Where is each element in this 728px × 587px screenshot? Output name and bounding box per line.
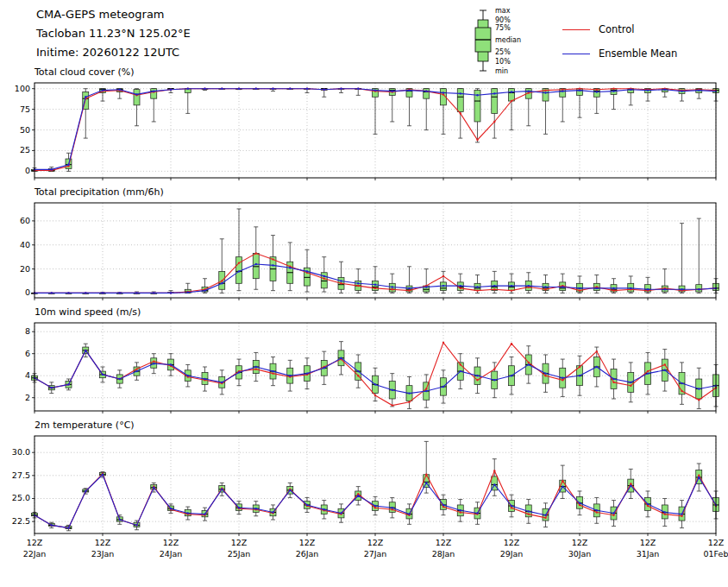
svg-text:75: 75 <box>20 104 30 114</box>
x-axis-labels: 12Z22Jan12Z23Jan12Z24Jan12Z25Jan12Z26Jan… <box>23 538 728 559</box>
panel-temperature: 2m temperature (°C) 22.525.027.530.012Z2… <box>0 420 728 565</box>
legend-entry-ensemble-mean: Ensemble Mean <box>562 41 677 66</box>
control-line-swatch <box>562 29 590 30</box>
svg-text:31Jan: 31Jan <box>637 549 660 559</box>
panel-wind-speed: 10m wind speed (m/s) 2468 <box>0 306 728 417</box>
legend-entry-control: Control <box>562 17 677 41</box>
svg-text:28Jan: 28Jan <box>432 549 455 559</box>
boxplot-glyph-icon <box>475 10 491 71</box>
svg-text:12Z: 12Z <box>572 538 588 547</box>
page-title: CMA-GEPS meteogram <box>36 5 191 24</box>
svg-text:12Z: 12Z <box>436 538 452 547</box>
boxplot-series <box>32 342 719 409</box>
svg-text:25Jan: 25Jan <box>228 549 251 559</box>
svg-text:23Jan: 23Jan <box>91 549 115 559</box>
init-time: Initime: 20260122 12UTC <box>36 43 191 62</box>
svg-text:6: 6 <box>25 349 30 358</box>
svg-text:27Jan: 27Jan <box>364 549 387 559</box>
svg-text:12Z: 12Z <box>708 538 725 547</box>
temperature-chart: 22.525.027.530.012Z22Jan12Z23Jan12Z24Jan… <box>0 432 728 565</box>
svg-text:4: 4 <box>25 370 30 380</box>
svg-text:40: 40 <box>20 240 30 249</box>
panel-precipitation: Total precipitation (mm/6h) 0204060 <box>0 186 728 304</box>
precipitation-chart: 0204060 <box>0 199 728 304</box>
svg-text:29Jan: 29Jan <box>500 549 524 559</box>
legend-label-90: 90% <box>495 16 511 24</box>
svg-text:25: 25 <box>20 145 30 155</box>
line-legend: Control Ensemble Mean <box>562 17 677 66</box>
svg-text:60: 60 <box>20 216 30 225</box>
svg-text:25.0: 25.0 <box>12 493 30 502</box>
wind-speed-chart: 2468 <box>0 319 728 417</box>
svg-text:12Z: 12Z <box>231 538 248 547</box>
grid: 2468 <box>25 323 716 413</box>
panel-title-wind-speed: 10m wind speed (m/s) <box>35 306 728 318</box>
svg-text:24Jan: 24Jan <box>160 549 183 559</box>
svg-text:20: 20 <box>20 264 30 274</box>
svg-text:12Z: 12Z <box>299 538 316 547</box>
svg-text:12Z: 12Z <box>27 538 43 547</box>
legend-entry-ensemble-mean-label: Ensemble Mean <box>599 47 677 60</box>
svg-text:8: 8 <box>25 326 30 336</box>
svg-text:0: 0 <box>25 166 30 175</box>
svg-text:30.0: 30.0 <box>12 447 30 457</box>
svg-text:12Z: 12Z <box>95 538 111 547</box>
svg-text:12Z: 12Z <box>163 538 179 547</box>
legend-label-max: max <box>495 7 511 15</box>
legend-entry-control-label: Control <box>599 23 635 35</box>
svg-text:12Z: 12Z <box>640 538 656 547</box>
svg-text:22.5: 22.5 <box>12 516 30 526</box>
header: CMA-GEPS meteogram Tacloban 11.23°N 125.… <box>36 5 191 62</box>
legend-label-75: 75% <box>495 24 511 32</box>
panel-title-precipitation: Total precipitation (mm/6h) <box>35 186 728 198</box>
panel-title-temperature: 2m temperature (°C) <box>35 420 728 431</box>
cloud-cover-chart: 0255075100 <box>0 79 728 184</box>
legend-label-25: 25% <box>495 48 511 56</box>
svg-text:22Jan: 22Jan <box>23 549 47 559</box>
legend-label-median: median <box>495 36 521 44</box>
panel-cloud-cover: Total cloud cover (%) 0255075100 <box>0 66 728 184</box>
svg-text:50: 50 <box>20 125 30 135</box>
panels: Total cloud cover (%) 0255075100 Total p… <box>0 64 728 565</box>
station-info: Tacloban 11.23°N 125.02°E <box>36 24 191 43</box>
svg-text:26Jan: 26Jan <box>296 549 319 559</box>
svg-text:2: 2 <box>25 393 30 402</box>
meteogram-page: CMA-GEPS meteogram Tacloban 11.23°N 125.… <box>0 0 728 587</box>
svg-text:0: 0 <box>25 287 30 297</box>
svg-text:100: 100 <box>15 84 30 93</box>
svg-text:12Z: 12Z <box>504 538 520 547</box>
svg-text:12Z: 12Z <box>367 538 384 547</box>
svg-text:01Feb: 01Feb <box>704 549 728 559</box>
panel-title-cloud-cover: Total cloud cover (%) <box>35 66 728 78</box>
ensemble-mean-line-swatch <box>562 54 590 54</box>
svg-text:30Jan: 30Jan <box>568 549 592 559</box>
svg-text:27.5: 27.5 <box>12 470 30 480</box>
